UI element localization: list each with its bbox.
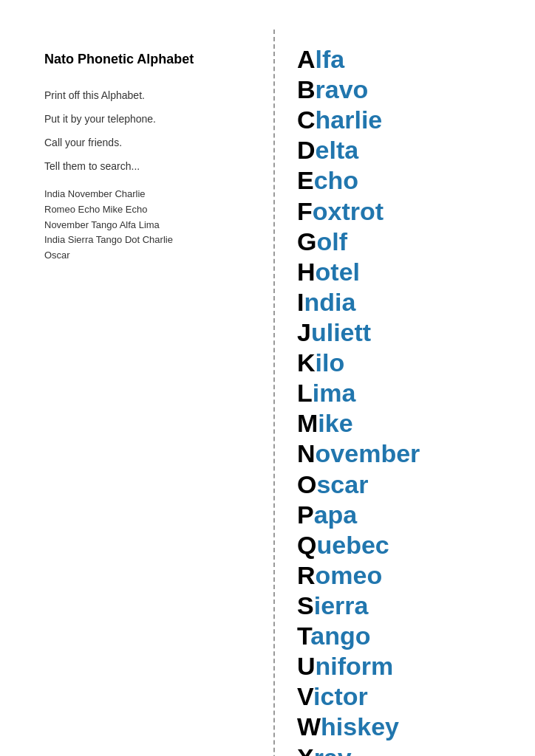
letter-initial: W: [297, 712, 321, 740]
letter-initial: L: [297, 379, 313, 407]
letter-initial: G: [297, 227, 316, 255]
letter-initial: Q: [297, 531, 316, 559]
letter-initial: P: [297, 501, 314, 529]
letter-initial: U: [297, 652, 316, 680]
letter-rest: uebec: [316, 531, 389, 559]
letter-rest: elta: [316, 136, 359, 164]
list-item: Golf: [297, 227, 520, 257]
instruction-1: Print off this Alphabet.: [44, 89, 251, 101]
letter-initial: J: [297, 318, 311, 346]
letter-initial: C: [297, 106, 316, 134]
letter-rest: scar: [316, 470, 368, 498]
list-item: Lima: [297, 378, 520, 408]
letter-rest: ravo: [316, 75, 369, 103]
letter-initial: F: [297, 197, 313, 225]
list-item: Papa: [297, 500, 520, 530]
letter-rest: niform: [316, 652, 394, 680]
list-item: Tango: [297, 621, 520, 651]
list-item: Foxtrot: [297, 196, 520, 227]
list-item: Hotel: [297, 257, 520, 287]
letter-rest: ierra: [314, 591, 369, 619]
letter-rest: ndia: [304, 288, 355, 316]
search-line-4: India Sierra Tango Dot Charlie: [44, 234, 173, 245]
letter-rest: ovember: [316, 439, 420, 467]
instruction-3: Call your friends.: [44, 137, 251, 148]
letter-rest: apa: [314, 501, 358, 529]
letter-rest: ray: [314, 743, 352, 756]
instructions-block: Print off this Alphabet. Put it by your …: [44, 89, 251, 172]
list-item: Charlie: [297, 105, 520, 135]
letter-rest: ike: [318, 409, 352, 437]
letter-rest: olf: [316, 227, 347, 255]
list-item: Alfa: [297, 44, 520, 75]
instruction-4: Tell them to search...: [44, 160, 251, 172]
list-item: Uniform: [297, 651, 520, 681]
search-line-5: Oscar: [44, 250, 70, 261]
letter-initial: M: [297, 409, 318, 437]
list-item: Romeo: [297, 560, 520, 591]
search-line-2: Romeo Echo Mike Echo: [44, 204, 147, 215]
list-item: Oscar: [297, 470, 520, 500]
list-item: Xray: [297, 743, 520, 756]
letter-initial: K: [297, 348, 316, 377]
page-container: Nato Phonetic Alphabet Print off this Al…: [0, 0, 535, 756]
letter-rest: ima: [313, 379, 356, 407]
search-line-3: November Tango Alfa Lima: [44, 219, 160, 230]
list-item: India: [297, 287, 520, 317]
list-item: Kilo: [297, 348, 520, 378]
letter-rest: ictor: [313, 682, 368, 710]
letter-initial: O: [297, 470, 316, 498]
letter-rest: uliett: [311, 318, 371, 346]
list-item: Bravo: [297, 75, 520, 105]
letter-rest: harlie: [316, 106, 383, 134]
list-item: Echo: [297, 165, 520, 196]
letter-initial: H: [297, 258, 316, 286]
instruction-2: Put it by your telephone.: [44, 113, 251, 125]
letter-rest: hiskey: [321, 712, 399, 740]
letter-rest: cho: [314, 166, 358, 194]
letter-rest: ilo: [316, 348, 345, 377]
letter-initial: X: [297, 743, 314, 756]
list-item: Mike: [297, 408, 520, 439]
letter-rest: ango: [310, 622, 370, 650]
page-title: Nato Phonetic Alphabet: [44, 52, 251, 67]
letter-initial: A: [297, 45, 316, 73]
letter-rest: oxtrot: [313, 197, 384, 225]
letter-initial: V: [297, 682, 313, 710]
alphabet-list: AlfaBravoCharlieDeltaEchoFoxtrotGolfHote…: [297, 44, 520, 756]
list-item: Whiskey: [297, 712, 520, 742]
list-item: Delta: [297, 135, 520, 165]
list-item: Sierra: [297, 591, 520, 621]
list-item: Quebec: [297, 530, 520, 560]
letter-rest: omeo: [316, 561, 383, 589]
letter-initial: D: [297, 136, 316, 164]
list-item: November: [297, 439, 520, 469]
letter-initial: E: [297, 166, 314, 194]
letter-rest: lfa: [316, 45, 345, 73]
letter-initial: B: [297, 75, 316, 103]
letter-initial: R: [297, 561, 316, 589]
search-line-1: India November Charlie: [44, 188, 146, 199]
letter-rest: otel: [316, 258, 360, 286]
letter-initial: S: [297, 591, 314, 619]
left-panel: Nato Phonetic Alphabet Print off this Al…: [0, 30, 273, 756]
letter-initial: N: [297, 439, 316, 467]
right-panel: AlfaBravoCharlieDeltaEchoFoxtrotGolfHote…: [275, 30, 535, 756]
list-item: Juliett: [297, 317, 520, 348]
letter-initial: T: [297, 622, 310, 650]
list-item: Victor: [297, 681, 520, 712]
search-text-block: India November Charlie Romeo Echo Mike E…: [44, 187, 251, 264]
